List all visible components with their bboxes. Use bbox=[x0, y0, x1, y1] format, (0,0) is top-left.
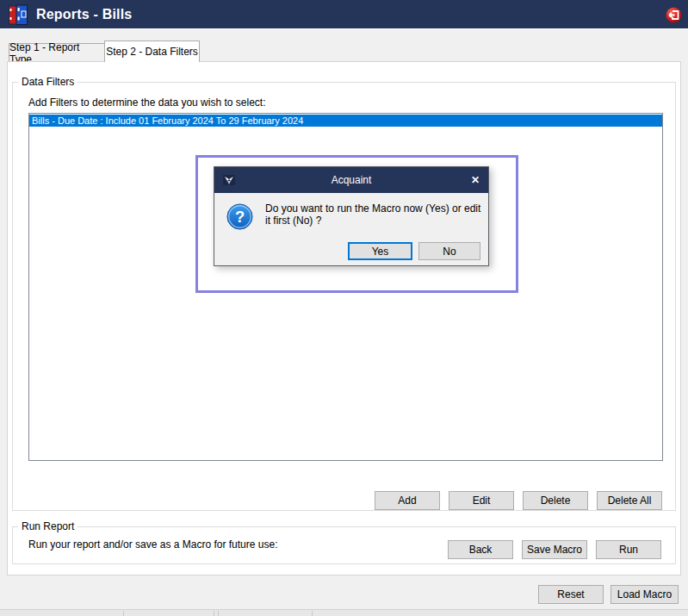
yes-button[interactable]: Yes bbox=[348, 242, 412, 260]
acquaint-logo-icon bbox=[222, 173, 236, 187]
run-report-instruction: Run your report and/or save as a Macro f… bbox=[28, 538, 277, 551]
no-button[interactable]: No bbox=[418, 242, 480, 260]
add-button[interactable]: Add bbox=[375, 491, 440, 510]
binders-app-icon bbox=[7, 3, 29, 26]
acquaint-dialog: Acquaint ✕ ? Do you want to run the Macr… bbox=[214, 166, 489, 266]
delete-all-button[interactable]: Delete All bbox=[597, 491, 662, 510]
edit-button[interactable]: Edit bbox=[449, 491, 514, 510]
strip-divider bbox=[218, 611, 219, 616]
filters-instruction: Add Filters to determine the data you wi… bbox=[28, 96, 265, 109]
reset-button[interactable]: Reset bbox=[538, 585, 604, 604]
tab-step2-data-filters[interactable]: Step 2 - Data Filters bbox=[104, 40, 200, 62]
tab-label: Step 2 - Data Filters bbox=[106, 46, 198, 58]
filters-listbox[interactable]: Bills - Due Date : Include 01 February 2… bbox=[28, 113, 663, 461]
save-macro-button[interactable]: Save Macro bbox=[522, 540, 587, 559]
data-filters-group-label: Data Filters bbox=[18, 76, 77, 88]
exit-icon[interactable] bbox=[666, 7, 682, 23]
title-bar: Reports - Bills bbox=[0, 0, 688, 29]
svg-text:?: ? bbox=[235, 208, 245, 226]
dialog-title: Acquaint bbox=[214, 174, 488, 186]
dialog-title-bar: Acquaint ✕ bbox=[214, 167, 488, 193]
strip-divider bbox=[123, 611, 124, 616]
strip-divider bbox=[312, 611, 313, 616]
tab-step1-report-type[interactable]: Step 1 - Report Type bbox=[9, 43, 105, 62]
strip-divider bbox=[214, 611, 214, 616]
app-window: Reports - Bills Step 1 - Report Type Ste… bbox=[0, 0, 688, 616]
bottom-window-strip bbox=[0, 609, 688, 616]
question-icon: ? bbox=[226, 203, 253, 230]
filter-list-item[interactable]: Bills - Due Date : Include 01 February 2… bbox=[29, 115, 662, 127]
run-report-group-label: Run Report bbox=[18, 520, 77, 532]
run-button[interactable]: Run bbox=[596, 540, 661, 559]
window-title: Reports - Bills bbox=[36, 7, 132, 22]
load-macro-button[interactable]: Load Macro bbox=[611, 585, 679, 604]
dialog-close-icon[interactable]: ✕ bbox=[471, 173, 480, 187]
back-button[interactable]: Back bbox=[448, 540, 513, 559]
delete-button[interactable]: Delete bbox=[523, 491, 588, 510]
dialog-message: Do you want to run the Macro now (Yes) o… bbox=[265, 202, 482, 227]
